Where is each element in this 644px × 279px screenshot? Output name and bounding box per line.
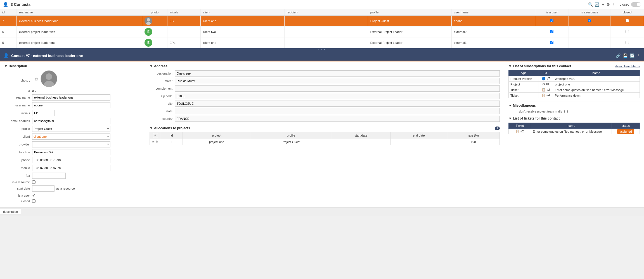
refresh-icon[interactable]: 🔄 (595, 2, 599, 7)
table-row[interactable]: 5 external project leader one E EPL clie… (0, 37, 644, 48)
zip-input[interactable] (175, 93, 500, 99)
delete-photo-icon[interactable]: 🗑 (34, 77, 38, 81)
alloc-edit-icon[interactable]: ✏ (152, 140, 155, 144)
svg-point-1 (146, 22, 151, 25)
client-select[interactable]: client one (32, 133, 110, 140)
is-resource-label: is a resource (4, 180, 32, 184)
state-input[interactable] (175, 108, 500, 114)
profile-select[interactable]: Project Guest (32, 126, 110, 132)
cell-client: client one (201, 16, 284, 27)
is-resource-checkbox[interactable] (588, 19, 591, 22)
top-bar-left: 👤 3 Contacts (3, 2, 31, 7)
start-date-input[interactable] (32, 185, 55, 192)
real-name-row: real name (4, 94, 141, 101)
tickets-col-name: name (531, 123, 612, 129)
description-tab[interactable]: description (0, 209, 21, 215)
email-input[interactable] (32, 118, 110, 124)
detail-save-icon[interactable]: 💾 (623, 53, 628, 58)
id-value: # 7 (32, 89, 36, 93)
country-input[interactable] (175, 116, 500, 122)
user-name-row: user name (4, 102, 141, 108)
address-arrow[interactable]: ▼ (150, 64, 153, 68)
cell-initials: EB (167, 16, 201, 27)
alloc-add-icon[interactable]: + (153, 133, 158, 138)
allocations-arrow[interactable]: ▼ (150, 126, 153, 130)
mobile-label: mobile (4, 166, 32, 170)
fax-input[interactable] (32, 173, 66, 179)
filter-icon[interactable]: ▼ (601, 2, 605, 7)
closed-checkbox[interactable] (626, 19, 629, 22)
columns-icon[interactable]: ⚙ (607, 2, 610, 7)
real-name-input[interactable] (32, 94, 110, 101)
cell-initials: EPL (167, 37, 201, 48)
initials-input[interactable] (32, 110, 55, 116)
middle-panel: ▼ Address designation street complement … (145, 61, 504, 207)
is-resource-checkbox[interactable] (32, 180, 35, 184)
profile-label: profile (4, 127, 32, 130)
subs-header: ▼ List of subscriptions for this contact… (508, 64, 640, 68)
initials-row: initials (4, 110, 141, 116)
is-user-checkbox[interactable] (550, 41, 553, 44)
is-user-checkbox[interactable] (550, 30, 553, 33)
table-row[interactable]: 6 external project leader two E client t… (0, 27, 644, 37)
closed-row: closed (4, 199, 141, 203)
profile-select-wrapper: Project Guest ▼ (32, 126, 110, 132)
country-label: country (150, 117, 175, 120)
col-id: id (0, 9, 17, 16)
table-row[interactable]: 7 external business leader one EB client… (0, 16, 644, 27)
subs-col-id: id (539, 70, 553, 76)
is-resource-checkbox[interactable] (588, 41, 591, 44)
subs-cell-id: 🔵 #7 (539, 76, 553, 82)
col-initials: initials (167, 9, 201, 16)
misc-title: ▼ Miscellaneous (508, 104, 640, 108)
designation-input[interactable] (175, 70, 500, 77)
section-divider[interactable]: • • • (0, 48, 644, 51)
closed-toggle[interactable] (631, 2, 641, 7)
user-name-label: user name (4, 104, 32, 107)
search-icon[interactable]: 🔍 (588, 2, 593, 7)
tickets-table: Ticket name status 📋 #2 Enter some quote… (508, 123, 640, 134)
id-label: id (4, 89, 32, 93)
misc-arrow[interactable]: ▼ (508, 104, 512, 108)
subs-cell-name: Performance down (553, 93, 640, 98)
detail-link-icon[interactable]: 🔗 (616, 53, 621, 58)
mobile-input[interactable] (32, 165, 110, 171)
closed-checkbox[interactable] (626, 41, 629, 44)
mobile-row: mobile (4, 165, 141, 171)
subs-row: Product Version 🔵 #7 WebApps V3.0 (509, 76, 640, 82)
col-client: client (201, 9, 284, 16)
tickets-header-row: Ticket name status (509, 123, 640, 129)
closed-checkbox[interactable] (626, 30, 629, 33)
cell-username: external2 (451, 27, 535, 37)
street-input[interactable] (175, 78, 500, 84)
show-closed-button[interactable]: show closed items (615, 65, 640, 68)
cell-client: client two (201, 27, 284, 37)
user-name-input[interactable] (32, 102, 110, 108)
cell-closed (610, 37, 644, 48)
function-input[interactable] (32, 149, 110, 155)
alloc-delete-icon[interactable]: 🗑 (155, 140, 159, 144)
is-user-check: ✔ (32, 193, 35, 198)
dont-receive-checkbox[interactable] (564, 110, 568, 113)
is-user-checkbox[interactable] (550, 19, 553, 22)
detail-more-icon[interactable]: ⋮ (637, 53, 641, 58)
complement-input[interactable] (175, 85, 500, 92)
tickets-arrow[interactable]: ▼ (508, 116, 512, 120)
phone-input[interactable] (32, 157, 110, 163)
subs-arrow[interactable]: ▼ (508, 64, 512, 68)
zip-label: zip code (150, 94, 175, 98)
address-section-title: ▼ Address (150, 64, 500, 68)
cell-closed (610, 16, 644, 27)
misc-section: ▼ Miscellaneous don't receive project te… (508, 101, 640, 113)
closed-checkbox[interactable] (32, 199, 35, 203)
cell-username: external1 (451, 37, 535, 48)
state-label: state (150, 109, 175, 113)
description-arrow[interactable]: ▼ (4, 64, 8, 68)
subs-row: Project ⚙ #1 project one (509, 82, 640, 87)
provider-select[interactable] (32, 141, 110, 147)
more-icon[interactable]: ⋮ (612, 2, 616, 7)
detail-refresh-icon[interactable]: 🔄 (630, 53, 634, 58)
is-resource-checkbox[interactable] (588, 30, 591, 33)
allocations-title: ▼ Allocations to projects (150, 126, 190, 130)
city-input[interactable] (175, 101, 500, 107)
